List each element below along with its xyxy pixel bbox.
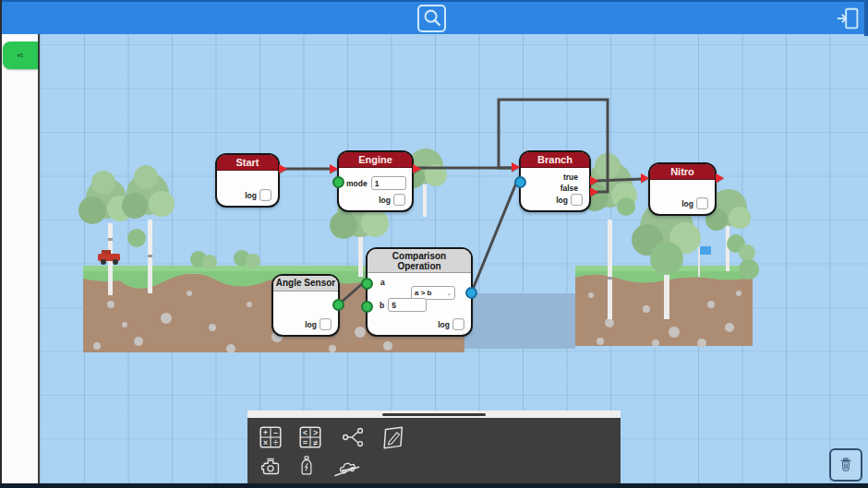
comparison-log-label: log xyxy=(438,320,450,329)
comparison-operators-icon: < > = ≠ xyxy=(296,423,324,451)
angle-slope-icon xyxy=(331,452,364,480)
nitro-bottle-icon xyxy=(295,452,319,480)
bottom-screen-edge xyxy=(0,483,868,488)
chevron-down-icon: ⌄ xyxy=(446,290,452,296)
toolbar-button-math-operators[interactable]: + − × ÷ xyxy=(255,423,286,451)
start-log-checkbox[interactable] xyxy=(259,189,271,201)
engine-exec-output-port[interactable] xyxy=(413,164,421,173)
toolbar-button-note[interactable] xyxy=(378,423,409,451)
engine-exec-input-port[interactable] xyxy=(330,164,338,173)
engine-icon xyxy=(257,452,284,480)
node-comparison-title-line1: Comparison xyxy=(368,251,471,261)
nitro-exec-input-port[interactable] xyxy=(641,173,649,183)
top-bar xyxy=(0,0,868,34)
node-nitro[interactable]: Nitro log xyxy=(648,162,717,216)
toolbar-drag-handle[interactable] xyxy=(382,413,486,416)
branch-log-checkbox[interactable] xyxy=(571,194,583,206)
exit-door-icon xyxy=(835,5,862,32)
program-tab-label: #1 xyxy=(18,53,24,58)
toolbar-row-2 xyxy=(255,451,613,480)
engine-log-label: log xyxy=(379,196,391,205)
toolbar-button-comparison-operators[interactable]: < > = ≠ xyxy=(295,423,326,451)
engine-mode-input-port[interactable] xyxy=(332,176,344,188)
comparison-log-checkbox[interactable] xyxy=(452,318,464,330)
node-branch-header[interactable]: Branch xyxy=(521,152,589,168)
svg-text:+: + xyxy=(263,427,268,436)
left-screen-edge xyxy=(0,0,2,483)
node-engine[interactable]: Engine mode log xyxy=(337,150,414,212)
sidebar: #1 xyxy=(0,34,40,483)
comparison-a-label: a xyxy=(380,278,385,287)
node-start-title: Start xyxy=(235,157,259,168)
svg-text:×: × xyxy=(263,437,268,446)
branch-true-output-port[interactable] xyxy=(590,176,598,185)
node-engine-header[interactable]: Engine xyxy=(339,152,412,168)
branch-condition-input-port[interactable] xyxy=(514,176,526,188)
comparison-operator-value: a > b xyxy=(415,289,431,297)
start-exec-output-port[interactable] xyxy=(279,164,287,173)
angle-sensor-output-port[interactable] xyxy=(332,299,344,311)
node-comparison-title-line2: Operation xyxy=(368,261,471,271)
program-tab[interactable]: #1 xyxy=(3,42,38,69)
engine-log-checkbox[interactable] xyxy=(393,194,405,206)
node-comparison-operation[interactable]: Comparison Operation a a > b ⌄ b log xyxy=(366,247,473,337)
toolbar-button-angle-slope[interactable] xyxy=(331,452,364,480)
toolbar-row-1: + − × ÷ < > = ≠ xyxy=(255,423,613,451)
nitro-exec-output-port[interactable] xyxy=(716,173,724,183)
comparison-b-input[interactable] xyxy=(388,298,427,312)
branch-exec-input-port[interactable] xyxy=(512,162,520,172)
node-nitro-title: Nitro xyxy=(670,166,694,177)
branch-true-label: true xyxy=(563,173,578,182)
toolbar-handle-strip xyxy=(247,411,621,418)
exit-button[interactable] xyxy=(834,5,863,32)
top-bar-edge xyxy=(864,2,868,36)
node-angle-sensor-title: Angle Sensor xyxy=(276,278,335,288)
svg-text:÷: ÷ xyxy=(273,437,278,446)
node-angle-sensor[interactable]: Angle Sensor log xyxy=(271,274,340,337)
svg-text:−: − xyxy=(273,427,278,436)
branch-false-output-port[interactable] xyxy=(590,187,598,196)
note-icon xyxy=(379,423,408,451)
node-branch-title: Branch xyxy=(537,154,573,165)
math-operators-icon: + − × ÷ xyxy=(257,423,284,451)
start-log-label: log xyxy=(245,191,257,200)
branch-false-label: false xyxy=(561,184,578,193)
trash-icon xyxy=(837,453,855,477)
toolbar-button-branch-split[interactable] xyxy=(338,423,369,451)
node-branch[interactable]: Branch true false log xyxy=(519,150,591,212)
branch-split-icon xyxy=(340,423,368,451)
svg-text:>: > xyxy=(313,427,318,436)
svg-text:<: < xyxy=(303,427,307,436)
node-nitro-header[interactable]: Nitro xyxy=(650,164,715,180)
branch-log-label: log xyxy=(556,196,568,205)
engine-mode-input[interactable] xyxy=(371,176,406,190)
svg-text:=: = xyxy=(303,437,307,446)
comparison-a-input-port[interactable] xyxy=(361,278,373,290)
app-window: Start log Engine mode log Branch true fa… xyxy=(0,0,868,488)
node-start-header[interactable]: Start xyxy=(217,155,278,171)
trash-button[interactable] xyxy=(829,448,862,482)
node-angle-sensor-header[interactable]: Angle Sensor xyxy=(273,276,338,292)
search-button[interactable] xyxy=(417,5,446,32)
node-comparison-header[interactable]: Comparison Operation xyxy=(368,249,471,273)
angle-sensor-log-checkbox[interactable] xyxy=(319,318,332,330)
toolbar-button-engine[interactable] xyxy=(255,452,286,480)
angle-sensor-log-label: log xyxy=(305,320,317,329)
node-engine-title: Engine xyxy=(358,154,392,165)
engine-mode-label: mode xyxy=(346,179,368,188)
nitro-log-label: log xyxy=(681,199,693,208)
comparison-b-input-port[interactable] xyxy=(361,301,373,313)
node-start[interactable]: Start log xyxy=(215,153,280,208)
toolbar-button-nitro-bottle[interactable] xyxy=(295,452,319,480)
svg-text:≠: ≠ xyxy=(313,437,318,446)
nitro-log-checkbox[interactable] xyxy=(696,197,708,209)
comparison-output-port[interactable] xyxy=(465,287,477,299)
comparison-b-label: b xyxy=(380,301,384,310)
search-icon xyxy=(420,6,444,30)
node-palette-toolbar: + − × ÷ < > = ≠ xyxy=(247,418,621,483)
